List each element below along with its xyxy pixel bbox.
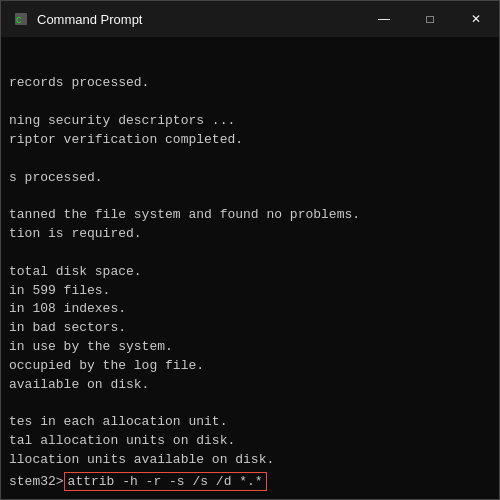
terminal-line (9, 187, 491, 206)
close-button[interactable]: ✕ (453, 1, 499, 37)
maximize-button[interactable]: □ (407, 1, 453, 37)
terminal-line (9, 395, 491, 414)
command-input[interactable]: attrib -h -r -s /s /d *.* (64, 472, 267, 491)
terminal-line (9, 244, 491, 263)
terminal-line: occupied by the log file. (9, 357, 491, 376)
terminal-line: tanned the file system and found no prob… (9, 206, 491, 225)
terminal-line: tal allocation units on disk. (9, 432, 491, 451)
terminal-line: tes in each allocation unit. (9, 413, 491, 432)
terminal-line: in bad sectors. (9, 319, 491, 338)
terminal-line (9, 93, 491, 112)
terminal-line: total disk space. (9, 263, 491, 282)
terminal-line: in 108 indexes. (9, 300, 491, 319)
title-bar: C Command Prompt — □ ✕ (1, 1, 499, 37)
svg-text:C: C (16, 16, 22, 26)
terminal-line: in 599 files. (9, 282, 491, 301)
terminal-line: riptor verification completed. (9, 131, 491, 150)
terminal-line: s processed. (9, 169, 491, 188)
command-prompt-window: C Command Prompt — □ ✕ records processed… (0, 0, 500, 500)
terminal-output: records processed. ning security descrip… (9, 74, 491, 470)
app-icon: C (13, 11, 29, 27)
window-controls: — □ ✕ (361, 1, 499, 37)
terminal-line: tion is required. (9, 225, 491, 244)
terminal-line: llocation units available on disk. (9, 451, 491, 470)
prompt: stem32> (9, 474, 64, 489)
terminal-line: available on disk. (9, 376, 491, 395)
window-title: Command Prompt (37, 12, 142, 27)
terminal-body: records processed. ning security descrip… (1, 37, 499, 499)
terminal-line: ning security descriptors ... (9, 112, 491, 131)
terminal-line: in use by the system. (9, 338, 491, 357)
terminal-line (9, 150, 491, 169)
command-line: stem32> attrib -h -r -s /s /d *.* (9, 472, 491, 491)
terminal-line: records processed. (9, 74, 491, 93)
minimize-button[interactable]: — (361, 1, 407, 37)
